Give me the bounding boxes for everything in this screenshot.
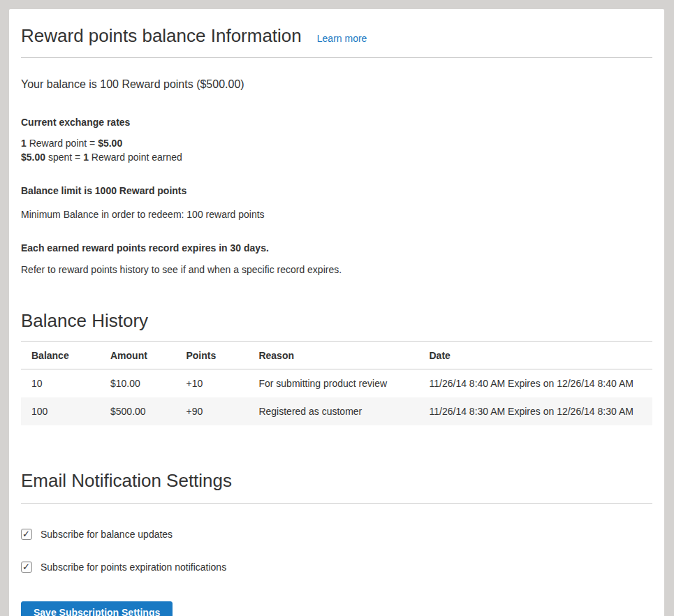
column-header-points: Points bbox=[175, 342, 248, 369]
expiration-heading: Each earned reward points record expires… bbox=[21, 241, 652, 255]
cell-reason: Registered as customer bbox=[248, 397, 418, 425]
cell-amount: $500.00 bbox=[100, 397, 175, 425]
check-icon: ✓ bbox=[22, 527, 30, 541]
save-subscription-settings-button[interactable]: Save Subscription Settings bbox=[21, 601, 173, 616]
email-settings-title: Email Notification Settings bbox=[21, 470, 652, 492]
cell-points: +90 bbox=[175, 397, 248, 425]
subscribe-expiration-notifications-label: Subscribe for points expiration notifica… bbox=[41, 560, 226, 574]
balance-summary: Your balance is 100 Reward points ($500.… bbox=[21, 78, 652, 91]
page-header: Reward points balance Information Learn … bbox=[21, 18, 652, 58]
check-icon: ✓ bbox=[22, 560, 30, 573]
earn-rate-points: 1 bbox=[21, 138, 27, 149]
earn-rate-middle: Reward point = bbox=[27, 138, 98, 149]
column-header-amount: Amount bbox=[100, 342, 175, 369]
table-header-row: Balance Amount Points Reason Date bbox=[21, 342, 652, 369]
cell-reason: For submitting product review bbox=[248, 369, 418, 398]
column-header-balance: Balance bbox=[21, 342, 100, 369]
cell-balance: 100 bbox=[21, 397, 100, 425]
column-header-reason: Reason bbox=[248, 342, 418, 369]
subscribe-balance-updates-label: Subscribe for balance updates bbox=[41, 527, 173, 541]
earn-rate-line: 1 Reward point = $5.00 bbox=[21, 136, 652, 150]
reward-points-panel: Reward points balance Information Learn … bbox=[9, 9, 664, 616]
subscribe-balance-updates-option[interactable]: ✓ Subscribe for balance updates bbox=[21, 527, 652, 541]
column-header-date: Date bbox=[419, 342, 653, 369]
spend-rate-line: $5.00 spent = 1 Reward point earned bbox=[21, 150, 652, 164]
balance-history-title: Balance History bbox=[21, 310, 652, 332]
checkbox-checked-icon[interactable]: ✓ bbox=[21, 529, 32, 540]
cell-date: 11/26/14 8:40 AM Expires on 12/26/14 8:4… bbox=[419, 369, 653, 398]
spend-rate-points: 1 bbox=[83, 152, 89, 163]
table-body: 10 $10.00 +10 For submitting product rev… bbox=[21, 369, 652, 426]
page-title: Reward points balance Information bbox=[21, 25, 302, 47]
cell-amount: $10.00 bbox=[100, 369, 175, 398]
email-settings-header: Email Notification Settings bbox=[21, 470, 652, 503]
expiration-note: Refer to reward points history to see if… bbox=[21, 263, 652, 277]
spend-rate-middle: spent = bbox=[45, 152, 83, 163]
page-background: Reward points balance Information Learn … bbox=[0, 0, 674, 616]
cell-date: 11/26/14 8:30 AM Expires on 12/26/14 8:3… bbox=[419, 397, 653, 425]
table-row: 10 $10.00 +10 For submitting product rev… bbox=[21, 369, 652, 398]
spend-rate-amount: $5.00 bbox=[21, 152, 45, 163]
spend-rate-suffix: Reward point earned bbox=[89, 152, 182, 163]
exchange-rates: 1 Reward point = $5.00 $5.00 spent = 1 R… bbox=[21, 136, 652, 164]
balance-limit-heading: Balance limit is 1000 Reward points bbox=[21, 184, 652, 198]
earn-rate-amount: $5.00 bbox=[98, 138, 122, 149]
subscribe-expiration-notifications-option[interactable]: ✓ Subscribe for points expiration notifi… bbox=[21, 560, 652, 574]
learn-more-link[interactable]: Learn more bbox=[317, 31, 367, 45]
table-head: Balance Amount Points Reason Date bbox=[21, 342, 652, 369]
checkbox-checked-icon[interactable]: ✓ bbox=[21, 562, 32, 573]
cell-points: +10 bbox=[175, 369, 248, 398]
balance-history-table: Balance Amount Points Reason Date 10 $10… bbox=[21, 341, 652, 425]
exchange-rates-heading: Current exchange rates bbox=[21, 115, 652, 129]
cell-balance: 10 bbox=[21, 369, 100, 398]
minimum-redeem-note: Minimum Balance in order to redeem: 100 … bbox=[21, 207, 652, 221]
table-row: 100 $500.00 +90 Registered as customer 1… bbox=[21, 397, 652, 425]
